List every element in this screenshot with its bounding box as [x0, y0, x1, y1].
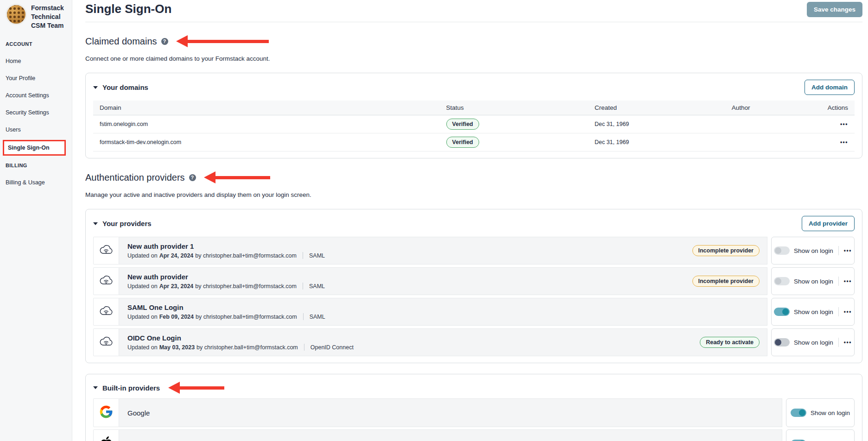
- updated-date: Apr 23, 2024: [159, 283, 194, 290]
- provider-protocol: SAML: [309, 283, 325, 290]
- provider-status-badge: Ready to activate: [700, 337, 760, 348]
- toggle-knob: [775, 339, 781, 346]
- show-on-login-toggle[interactable]: [774, 277, 790, 285]
- sidebar-item-single-sign-on[interactable]: Single Sign-On: [3, 140, 66, 156]
- sidebar-item-your-profile[interactable]: Your Profile: [6, 75, 68, 82]
- account-header: Formstack Technical CSM Team: [6, 4, 68, 30]
- divider: [303, 283, 303, 290]
- provider-menu-button[interactable]: •••: [844, 247, 852, 254]
- google-icon: [99, 404, 114, 421]
- show-on-login-control: Show on login •••: [771, 237, 855, 265]
- provider-name: New auth provider: [127, 273, 325, 281]
- row-actions-menu-button[interactable]: •••: [840, 139, 848, 145]
- provider-menu-button[interactable]: •••: [844, 339, 852, 346]
- divider: [303, 252, 303, 259]
- col-header-created: Created: [588, 101, 725, 115]
- save-changes-button[interactable]: Save changes: [807, 2, 862, 17]
- provider-meta: Updated on Apr 23, 2024 by christopher.b…: [127, 283, 325, 290]
- provider-icon-cell: [93, 267, 119, 295]
- provider-info: New auth provider 1 Updated on Apr 24, 2…: [127, 242, 325, 259]
- sidebar-item-users[interactable]: Users: [6, 126, 68, 133]
- col-header-actions: Actions: [820, 101, 855, 115]
- provider-body: OIDC One Login Updated on May 03, 2023 b…: [119, 328, 767, 356]
- show-on-login-control: Show on login: [786, 429, 855, 441]
- created-cell: Dec 31, 1969: [588, 133, 725, 151]
- provider-name: New auth provider 1: [127, 242, 325, 250]
- row-actions-menu-button[interactable]: •••: [840, 121, 848, 127]
- provider-icon-cell: [93, 328, 119, 356]
- cloud-sso-icon: [99, 334, 114, 351]
- cloud-sso-icon: [99, 273, 114, 290]
- sidebar-item-account-settings[interactable]: Account Settings: [6, 92, 68, 99]
- provider-body: New auth provider 1 Updated on Apr 24, 2…: [119, 237, 767, 265]
- status-badge: Verified: [446, 119, 479, 130]
- auth-providers-description: Manage your active and inactive provider…: [85, 191, 862, 198]
- status-badge: Verified: [446, 137, 479, 148]
- provider-body: Google: [119, 398, 782, 427]
- claimed-domains-description: Connect one or more claimed domains to y…: [85, 55, 862, 62]
- show-on-login-toggle[interactable]: [791, 409, 806, 417]
- toggle-knob: [775, 278, 781, 284]
- sidebar-item-billing-usage[interactable]: Billing & Usage: [6, 179, 68, 186]
- show-on-login-control: Show on login: [786, 398, 855, 427]
- team-avatar[interactable]: [6, 4, 27, 25]
- domain-cell: fstim.onelogin.com: [93, 115, 440, 133]
- builtin-providers-title: Built-in providers: [102, 384, 160, 392]
- your-providers-title-row: Your providers: [93, 220, 152, 227]
- table-row: formstack-tim-dev.onelogin.com Verified …: [93, 133, 855, 151]
- divider: [838, 307, 839, 316]
- arrow-tail: [215, 176, 270, 179]
- provider-protocol: SAML: [310, 314, 325, 320]
- builtin-providers-panel: Built-in providers Google Show on login: [85, 374, 862, 441]
- toggle-label: Show on login: [794, 339, 833, 346]
- sidebar-item-security-settings[interactable]: Security Settings: [6, 109, 68, 116]
- provider-body: New auth provider Updated on Apr 23, 202…: [119, 267, 767, 295]
- toggle-knob: [775, 247, 781, 254]
- toggle-label: Show on login: [794, 309, 833, 315]
- toggle-knob: [782, 309, 789, 315]
- help-icon[interactable]: ?: [189, 174, 196, 181]
- author-cell: [725, 133, 820, 151]
- updated-date: Feb 09, 2024: [159, 314, 194, 320]
- provider-icon-cell: [93, 237, 119, 265]
- toggle-label: Show on login: [811, 410, 850, 416]
- updated-by: by christopher.ball+tim@formstack.com: [195, 283, 297, 290]
- sidebar-item-home[interactable]: Home: [6, 58, 68, 64]
- provider-meta: Updated on Feb 09, 2024 by christopher.b…: [127, 313, 325, 320]
- add-provider-button[interactable]: Add provider: [802, 216, 855, 231]
- col-header-author: Author: [725, 101, 820, 115]
- provider-name: SAML One Login: [127, 303, 325, 311]
- page-title: Single Sign-On: [85, 2, 171, 16]
- provider-name: Google: [127, 409, 150, 417]
- updated-by: by christopher.ball+tim@formstack.com: [196, 344, 298, 351]
- provider-info: SAML One Login Updated on Feb 09, 2024 b…: [127, 303, 325, 320]
- sidebar-section-account: ACCOUNT: [6, 41, 68, 47]
- provider-status-badge: Incomplete provider: [692, 245, 760, 256]
- provider-status-badge: Incomplete provider: [692, 276, 760, 287]
- updated-date: May 03, 2023: [159, 344, 195, 351]
- collapse-caret-icon[interactable]: [93, 222, 98, 225]
- provider-protocol: SAML: [309, 252, 325, 259]
- add-domain-button[interactable]: Add domain: [805, 80, 855, 95]
- updated-prefix: Updated on: [127, 252, 158, 259]
- show-on-login-toggle[interactable]: [774, 246, 790, 255]
- annotation-arrow-builtin: [168, 382, 224, 394]
- cloud-sso-icon: [99, 303, 114, 320]
- divider: [304, 344, 304, 351]
- provider-meta: Updated on Apr 24, 2024 by christopher.b…: [127, 252, 325, 259]
- show-on-login-toggle[interactable]: [774, 308, 790, 316]
- updated-by: by christopher.ball+tim@formstack.com: [195, 252, 297, 259]
- arrow-head-icon: [204, 171, 215, 183]
- collapse-caret-icon[interactable]: [93, 86, 98, 89]
- collapse-caret-icon[interactable]: [93, 386, 98, 389]
- provider-menu-button[interactable]: •••: [844, 309, 852, 315]
- auth-providers-heading: Authentication providers ?: [85, 171, 862, 183]
- provider-row-google: Google Show on login: [93, 398, 855, 427]
- help-icon[interactable]: ?: [161, 38, 168, 45]
- provider-icon-cell: [93, 298, 119, 326]
- show-on-login-toggle[interactable]: [774, 338, 790, 346]
- apple-icon: [100, 435, 112, 441]
- your-domains-panel: Your domains Add domain Domain Status Cr…: [85, 73, 862, 158]
- provider-info: OIDC One Login Updated on May 03, 2023 b…: [127, 334, 354, 351]
- provider-menu-button[interactable]: •••: [844, 278, 852, 284]
